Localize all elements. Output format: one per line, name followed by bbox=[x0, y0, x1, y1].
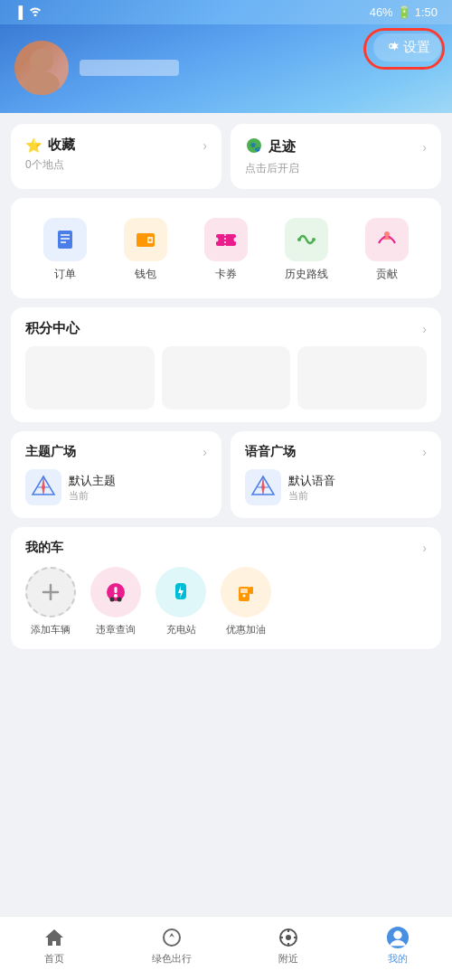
coupon-label: 卡券 bbox=[215, 267, 237, 282]
svg-point-13 bbox=[213, 238, 218, 242]
favorites-card[interactable]: ⭐ 收藏 › 0个地点 bbox=[11, 124, 221, 189]
theme-map-icon bbox=[25, 469, 61, 505]
contribute-label: 贡献 bbox=[376, 267, 398, 282]
car-icon-grid: 添加车辆 违章查询 bbox=[25, 567, 427, 636]
voice-item: 默认语音 当前 bbox=[245, 469, 427, 505]
order-action[interactable]: 订单 bbox=[43, 218, 87, 282]
quick-actions-grid: 订单 钱包 bbox=[25, 211, 427, 286]
voice-chevron: › bbox=[422, 445, 427, 459]
violation-label: 违章查询 bbox=[96, 623, 136, 636]
home-label: 首页 bbox=[44, 952, 64, 966]
fuel-discount-action[interactable]: 优惠加油 bbox=[221, 567, 271, 636]
footprint-card[interactable]: 🐾 足迹 › 点击后开启 bbox=[231, 124, 441, 189]
svg-rect-2 bbox=[14, 41, 69, 95]
footprint-subtitle: 点击后开启 bbox=[245, 161, 427, 176]
theme-header: 主题广场 › bbox=[25, 444, 207, 460]
nearby-label: 附近 bbox=[278, 952, 298, 966]
battery-percentage: 46% bbox=[370, 5, 393, 19]
voice-header: 语音广场 › bbox=[245, 444, 427, 460]
add-vehicle-action[interactable]: 添加车辆 bbox=[25, 567, 76, 636]
points-img-1 bbox=[25, 346, 155, 410]
battery-icon: 🔋 bbox=[397, 5, 411, 19]
main-content: ⭐ 收藏 › 0个地点 🐾 足迹 › bbox=[0, 113, 452, 732]
points-img-2 bbox=[162, 346, 291, 410]
favorites-subtitle: 0个地点 bbox=[25, 157, 207, 173]
svg-rect-5 bbox=[58, 231, 72, 249]
svg-point-29 bbox=[118, 598, 122, 602]
voice-name: 默认语音 bbox=[288, 473, 335, 489]
points-img-3 bbox=[297, 346, 427, 410]
svg-rect-12 bbox=[216, 234, 236, 246]
footprint-title: 🐾 足迹 bbox=[245, 137, 296, 157]
order-label: 订单 bbox=[54, 267, 76, 282]
svg-point-14 bbox=[233, 238, 238, 242]
contribute-action[interactable]: 贡献 bbox=[365, 218, 409, 282]
avatar-image bbox=[14, 41, 69, 95]
theme-title: 主题广场 bbox=[25, 444, 76, 460]
quick-actions-card: 订单 钱包 bbox=[11, 198, 441, 298]
status-right: 46% 🔋 1:50 bbox=[370, 5, 438, 19]
svg-point-16 bbox=[297, 238, 301, 241]
nav-green-travel[interactable]: 绿色出行 bbox=[152, 926, 192, 966]
theme-card[interactable]: 主题广场 › 默认主题 当前 bbox=[11, 431, 221, 518]
footprint-chevron: › bbox=[422, 140, 427, 155]
username-placeholder bbox=[80, 60, 179, 76]
add-vehicle-label: 添加车辆 bbox=[31, 623, 71, 636]
status-bar: ▐ 46% 🔋 1:50 bbox=[0, 0, 452, 24]
svg-point-11 bbox=[149, 239, 152, 241]
history-route-label: 历史路线 bbox=[285, 267, 328, 282]
theme-name: 默认主题 bbox=[69, 473, 116, 489]
svg-point-34 bbox=[243, 595, 246, 598]
nearby-icon bbox=[277, 926, 300, 949]
svg-point-18 bbox=[384, 231, 390, 237]
settings-label: 设置 bbox=[403, 39, 430, 56]
nav-home[interactable]: 首页 bbox=[42, 926, 66, 966]
settings-icon bbox=[384, 39, 399, 56]
green-travel-icon bbox=[160, 926, 184, 949]
green-travel-label: 绿色出行 bbox=[152, 952, 192, 966]
coupon-action[interactable]: 卡券 bbox=[204, 218, 248, 282]
svg-point-37 bbox=[286, 935, 291, 940]
settings-button[interactable]: 设置 bbox=[373, 33, 441, 61]
svg-point-43 bbox=[393, 931, 401, 939]
mine-label: 我的 bbox=[388, 952, 408, 966]
fuel-discount-label: 优惠加油 bbox=[226, 623, 266, 636]
clock: 1:50 bbox=[415, 5, 438, 19]
star-icon: ⭐ bbox=[25, 137, 42, 154]
points-header: 积分中心 › bbox=[25, 320, 427, 337]
nav-nearby[interactable]: 附近 bbox=[277, 926, 300, 966]
my-car-card: 我的车 › 添加车辆 bbox=[11, 527, 441, 649]
avatar bbox=[14, 41, 69, 95]
bottom-nav: 首页 绿色出行 附近 bbox=[0, 916, 452, 980]
header: 设置 bbox=[0, 24, 452, 113]
favorites-footprint-row: ⭐ 收藏 › 0个地点 🐾 足迹 › bbox=[11, 124, 441, 189]
charging-action[interactable]: 充电站 bbox=[155, 567, 206, 636]
charging-label: 充电站 bbox=[166, 623, 196, 636]
footprint-icon: 🐾 bbox=[245, 137, 263, 157]
svg-rect-27 bbox=[115, 587, 118, 593]
wallet-action[interactable]: 钱包 bbox=[124, 218, 167, 282]
svg-rect-32 bbox=[250, 587, 253, 594]
my-car-header: 我的车 › bbox=[25, 540, 427, 556]
voice-card[interactable]: 语音广场 › 默认语音 当前 bbox=[231, 431, 441, 518]
violation-action[interactable]: 违章查询 bbox=[90, 567, 141, 636]
my-car-chevron: › bbox=[422, 541, 427, 555]
points-center-card[interactable]: 积分中心 › bbox=[11, 307, 441, 422]
svg-text:🐾: 🐾 bbox=[250, 141, 261, 153]
favorites-title: ⭐ 收藏 bbox=[25, 137, 75, 154]
svg-point-17 bbox=[312, 238, 315, 241]
history-route-action[interactable]: 历史路线 bbox=[285, 218, 328, 282]
theme-item: 默认主题 当前 bbox=[25, 469, 207, 505]
mine-icon bbox=[386, 926, 410, 949]
wallet-label: 钱包 bbox=[135, 267, 156, 282]
favorites-chevron: › bbox=[202, 138, 207, 153]
svg-rect-33 bbox=[240, 589, 248, 593]
voice-map-icon bbox=[245, 469, 281, 505]
status-left: ▐ bbox=[14, 5, 42, 19]
nav-mine[interactable]: 我的 bbox=[386, 926, 410, 966]
points-chevron: › bbox=[422, 322, 427, 336]
theme-voice-row: 主题广场 › 默认主题 当前 bbox=[11, 431, 441, 518]
voice-info: 默认语音 当前 bbox=[288, 473, 335, 503]
points-title: 积分中心 bbox=[25, 320, 80, 337]
my-car-title: 我的车 bbox=[25, 540, 63, 556]
